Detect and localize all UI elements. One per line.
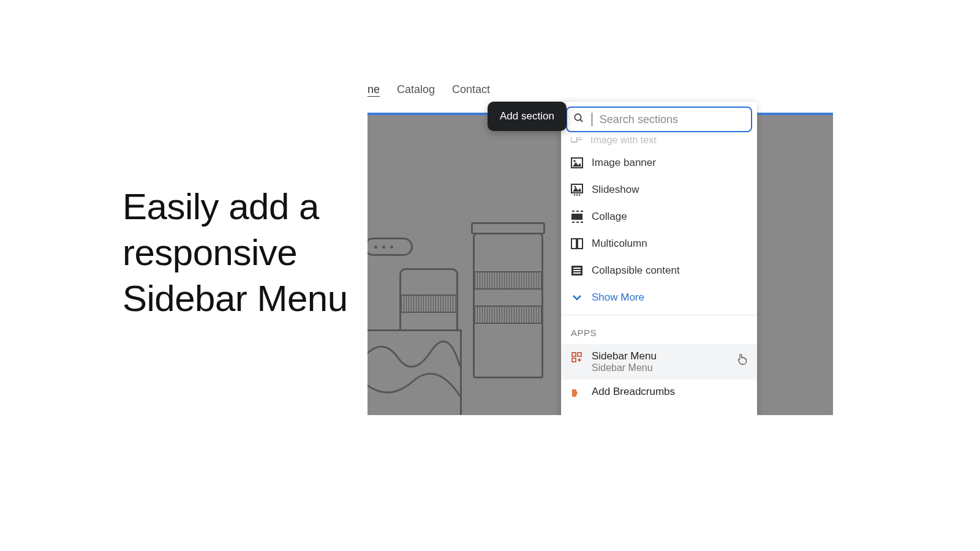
section-item-label: Collapsible content xyxy=(592,264,680,277)
app-item-add-breadcrumbs[interactable]: Add Breadcrumbs xyxy=(561,380,757,405)
section-item-image-with-text[interactable]: Image with text xyxy=(561,137,757,149)
app-sidebar-icon xyxy=(571,351,583,364)
svg-rect-29 xyxy=(572,358,576,362)
image-text-icon xyxy=(571,137,582,146)
preview-right-sliver xyxy=(757,113,833,415)
cursor-hand-icon xyxy=(736,353,747,367)
section-list: Image with text Image banner Slideshow C… xyxy=(561,132,757,405)
section-item-label: Slideshow xyxy=(592,184,639,196)
svg-point-0 xyxy=(575,114,581,121)
svg-point-11 xyxy=(574,194,575,195)
section-item-label: Image banner xyxy=(592,157,656,169)
svg-rect-28 xyxy=(578,353,581,356)
app-subtitle: Sidebar Menu xyxy=(592,362,657,373)
slideshow-icon xyxy=(571,184,583,196)
svg-rect-21 xyxy=(571,239,576,249)
svg-point-12 xyxy=(576,194,578,195)
section-item-label: Multicolumn xyxy=(592,238,647,250)
svg-marker-9 xyxy=(573,187,581,192)
chevron-down-icon xyxy=(571,291,583,304)
nav-link-home[interactable]: ne xyxy=(368,83,380,97)
section-item-collapsible-content[interactable]: Collapsible content xyxy=(561,257,757,284)
headline-text: Easily add a responsive Sidebar Menu xyxy=(123,184,348,321)
search-input[interactable] xyxy=(600,113,745,126)
editor-screenshot: ne Catalog Contact Add section xyxy=(368,78,833,415)
svg-marker-6 xyxy=(573,162,581,167)
search-sections-field[interactable] xyxy=(566,107,752,132)
collapsible-icon xyxy=(571,264,583,277)
svg-rect-17 xyxy=(571,214,582,220)
section-item-collage[interactable]: Collage xyxy=(561,203,757,230)
image-icon xyxy=(571,157,583,169)
show-more-label: Show More xyxy=(592,291,644,304)
add-section-tooltip: Add section xyxy=(488,102,567,131)
svg-point-10 xyxy=(575,186,576,188)
svg-rect-27 xyxy=(572,353,576,356)
app-item-sidebar-menu[interactable]: Sidebar Menu Sidebar Menu xyxy=(561,344,757,380)
section-item-multicolumn[interactable]: Multicolumn xyxy=(561,230,757,257)
svg-point-13 xyxy=(579,194,580,195)
apps-group-label: APPS xyxy=(561,315,757,344)
app-breadcrumbs-icon xyxy=(571,387,583,399)
section-item-image-banner[interactable]: Image banner xyxy=(561,149,757,176)
nav-link-catalog[interactable]: Catalog xyxy=(397,83,435,97)
collage-icon xyxy=(571,211,583,223)
section-item-slideshow[interactable]: Slideshow xyxy=(561,176,757,203)
text-cursor xyxy=(592,113,592,126)
svg-rect-22 xyxy=(578,239,582,249)
app-title: Add Breadcrumbs xyxy=(592,386,675,398)
section-picker-panel: Image with text Image banner Slideshow C… xyxy=(561,102,757,415)
show-more-button[interactable]: Show More xyxy=(561,284,757,311)
section-item-label: Collage xyxy=(592,211,627,223)
search-icon xyxy=(573,113,584,126)
svg-point-7 xyxy=(573,160,575,162)
nav-link-contact[interactable]: Contact xyxy=(452,83,490,97)
svg-line-1 xyxy=(580,119,582,122)
app-title: Sidebar Menu xyxy=(592,350,657,362)
multicolumn-icon xyxy=(571,238,583,250)
svg-rect-2 xyxy=(571,137,577,142)
section-item-label: Image with text xyxy=(590,137,657,146)
